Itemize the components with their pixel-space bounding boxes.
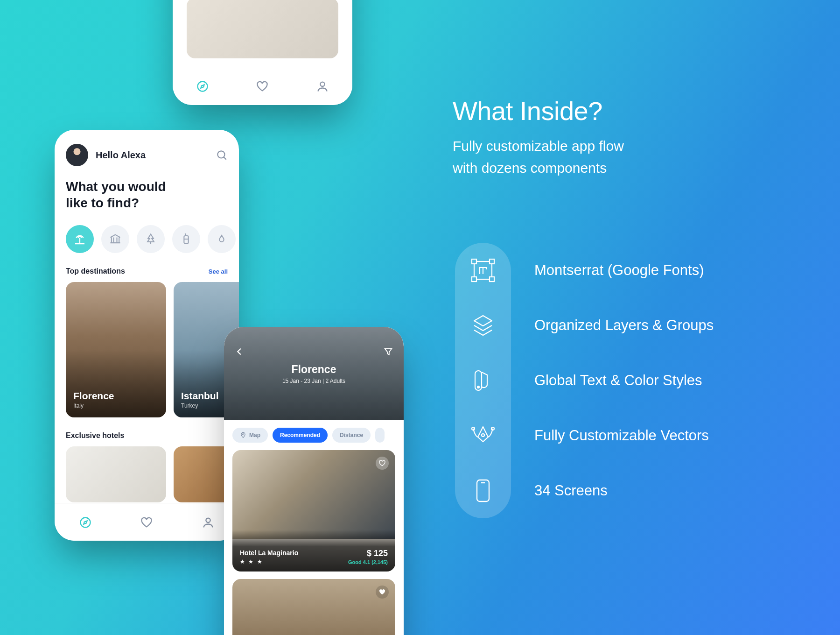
feature-item: Montserrat (Google Fonts) (455, 243, 714, 298)
see-all-link[interactable]: See all (209, 268, 228, 275)
svg-point-22 (243, 434, 244, 435)
hotel-card[interactable]: Hotel La Maginario ★ ★ ★ $ 125 Good 4.1 … (232, 450, 395, 572)
svg-point-9 (477, 386, 479, 388)
hotel-thumbnail[interactable] (66, 446, 166, 502)
svg-rect-2 (472, 277, 476, 282)
destination-name: Istanbul (181, 390, 239, 402)
pen-vector-icon (455, 408, 511, 463)
nav-heart-icon[interactable] (256, 80, 269, 93)
phone-home: Hello Alexa What you would like to find?… (55, 130, 239, 541)
feature-item: 34 Screens (455, 463, 714, 518)
destination-country: Turkey (181, 402, 239, 409)
chip-map[interactable]: Map (232, 428, 268, 443)
category-nature-icon[interactable] (137, 225, 165, 253)
favorite-icon[interactable] (376, 586, 389, 599)
svg-rect-1 (490, 259, 494, 264)
section-header: Top destinations See all (66, 267, 228, 275)
search-icon[interactable] (216, 149, 228, 161)
hero-title: Florence (292, 363, 336, 376)
svg-rect-0 (472, 259, 476, 264)
feature-label: 34 Screens (534, 482, 608, 499)
hotel-info: Hotel La Maginario ★ ★ ★ $ 125 Good 4.1 … (232, 530, 395, 572)
hotel-rating: Good 4.1 (2,145) (348, 559, 388, 565)
filter-chips: Map Recommended Distance (224, 420, 404, 443)
header: Hello Alexa (66, 144, 228, 166)
svg-rect-19 (184, 236, 188, 243)
chip-distance[interactable]: Distance (332, 428, 371, 443)
promo-title: What Inside? (453, 96, 779, 126)
nav-explore-icon[interactable] (196, 80, 209, 93)
svg-line-18 (224, 157, 226, 159)
favorite-icon[interactable] (376, 457, 389, 470)
phone-results: Florence 15 Jan - 23 Jan | 2 Adults Map … (224, 327, 404, 635)
typography-icon (455, 243, 511, 298)
category-camp-icon[interactable] (208, 225, 236, 253)
hotel-price: $ 125 (348, 549, 388, 558)
promo-block: What Inside? Fully customizable app flow… (453, 96, 779, 179)
swatch-icon (455, 353, 511, 408)
svg-rect-3 (490, 277, 494, 282)
category-row (66, 225, 228, 253)
category-drinks-icon[interactable] (172, 225, 200, 253)
section-title: Top destinations (66, 267, 125, 275)
avatar[interactable] (66, 144, 88, 166)
feature-item: Global Text & Color Styles (455, 353, 714, 408)
bottom-nav (173, 68, 352, 105)
destinations-row: Florence Italy Istanbul Turkey (66, 282, 228, 417)
svg-point-17 (217, 151, 224, 158)
nav-heart-icon[interactable] (140, 516, 153, 529)
nav-profile-icon[interactable] (202, 516, 215, 529)
category-beach-icon[interactable] (66, 225, 94, 253)
hotel-stars: ★ ★ ★ (240, 558, 298, 565)
headline: What you would like to find? (66, 178, 228, 211)
feature-list: Montserrat (Google Fonts) Organized Laye… (455, 243, 714, 518)
greeting: Hello Alexa (96, 150, 208, 161)
phone-top-preview (173, 0, 352, 105)
list-item[interactable] (187, 0, 338, 58)
chip-recommended[interactable]: Recommended (273, 428, 328, 443)
feature-label: Fully Customizable Vectors (534, 427, 709, 444)
promo-subtitle: Fully customizable app flow with dozens … (453, 135, 779, 179)
bottom-nav (55, 503, 239, 541)
section-header: Exclusive hotels (66, 431, 228, 440)
feature-label: Montserrat (Google Fonts) (534, 262, 704, 279)
destination-name: Florence (73, 390, 159, 402)
svg-point-15 (198, 82, 208, 92)
svg-point-16 (320, 82, 324, 86)
destination-country: Italy (73, 402, 159, 409)
svg-point-21 (206, 518, 210, 522)
svg-point-20 (80, 517, 90, 527)
chip-more[interactable] (375, 428, 385, 443)
back-icon[interactable] (234, 346, 245, 357)
category-museum-icon[interactable] (101, 225, 129, 253)
phone-icon (455, 463, 511, 518)
section-title: Exclusive hotels (66, 431, 124, 440)
feature-label: Organized Layers & Groups (534, 317, 714, 334)
hero-subtitle: 15 Jan - 23 Jan | 2 Adults (282, 378, 345, 384)
nav-explore-icon[interactable] (79, 516, 92, 529)
hotel-name: Hotel La Maginario (240, 549, 298, 557)
hero-header: Florence 15 Jan - 23 Jan | 2 Adults (224, 327, 404, 420)
hotel-image (232, 450, 395, 539)
nav-profile-icon[interactable] (316, 80, 329, 93)
svg-point-10 (482, 434, 484, 437)
feature-item: Organized Layers & Groups (455, 298, 714, 353)
filter-icon[interactable] (383, 346, 393, 357)
feature-item: Fully Customizable Vectors (455, 408, 714, 463)
exclusive-row (66, 446, 228, 502)
layers-icon (455, 298, 511, 353)
destination-card[interactable]: Florence Italy (66, 282, 166, 417)
feature-label: Global Text & Color Styles (534, 372, 702, 389)
hotel-card[interactable] (232, 579, 395, 635)
